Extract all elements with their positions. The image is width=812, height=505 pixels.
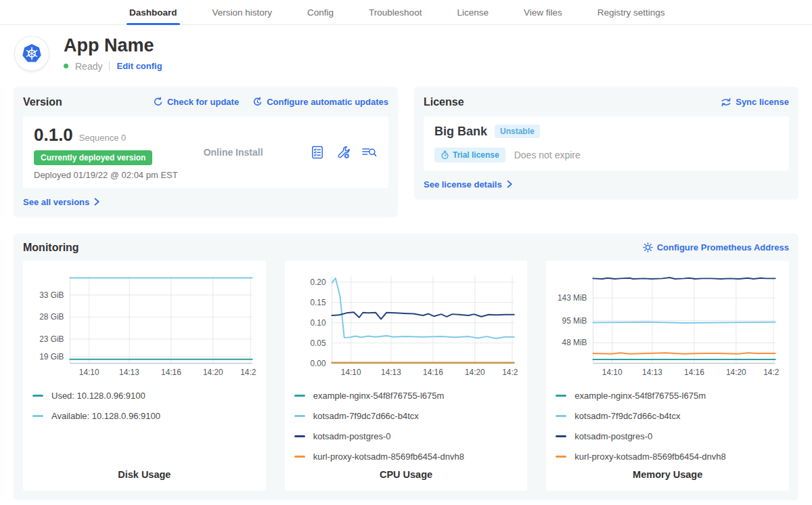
legend-label: example-nginx-54f8f76755-l675m xyxy=(313,391,445,401)
legend-swatch xyxy=(556,456,566,458)
svg-text:48 MiB: 48 MiB xyxy=(562,338,587,347)
charts-row: 33 GiB28 GiB23 GiB19 GiB14:1014:1314:161… xyxy=(23,261,789,491)
clock-refresh-icon xyxy=(252,97,263,107)
chart-plot: 143 MiB95 MiB48 MiB14:1014:1314:1614:201… xyxy=(556,269,780,380)
svg-text:95 MiB: 95 MiB xyxy=(562,315,587,325)
divider xyxy=(109,61,110,71)
app-status: Ready xyxy=(75,61,102,72)
svg-text:14:16: 14:16 xyxy=(423,368,443,377)
tab-version-history[interactable]: Version history xyxy=(195,0,290,24)
legend-label: kotsadm-postgres-0 xyxy=(574,431,652,441)
legend-item: example-nginx-54f8f76755-l675m xyxy=(556,391,780,401)
svg-text:0.15: 0.15 xyxy=(310,297,326,307)
svg-text:14:20: 14:20 xyxy=(465,368,485,377)
chart-panel: 0.200.150.100.050.0014:1014:1314:1614:20… xyxy=(285,261,528,491)
chart-legend: example-nginx-54f8f76755-l675mkotsadm-7f… xyxy=(556,391,780,462)
chart-legend: example-nginx-54f8f76755-l675mkotsadm-7f… xyxy=(294,391,518,462)
deploy-logs-icon[interactable] xyxy=(361,146,378,159)
config-wrench-icon[interactable] xyxy=(336,145,351,160)
version-sequence: Sequence 0 xyxy=(79,133,126,143)
svg-text:14:10: 14:10 xyxy=(341,368,361,377)
legend-label: kotsadm-7f9dc7d66c-b4tcx xyxy=(574,411,680,421)
svg-text:14:23: 14:23 xyxy=(240,368,256,377)
legend-item: Available: 10.128.0.96:9100 xyxy=(32,411,256,421)
legend-item: Used: 10.128.0.96:9100 xyxy=(32,391,256,401)
svg-text:14:23: 14:23 xyxy=(502,368,518,377)
gear-icon xyxy=(643,242,653,252)
kots-dashboard-page: DashboardVersion historyConfigTroublesho… xyxy=(0,0,812,505)
legend-item: kurl-proxy-kotsadm-8569fb6454-dnvh8 xyxy=(294,452,518,462)
svg-text:28 GiB: 28 GiB xyxy=(39,312,64,322)
app-header: App Name Ready Edit config xyxy=(0,25,812,83)
legend-item: kurl-proxy-kotsadm-8569fb6454-dnvh8 xyxy=(556,452,780,462)
legend-swatch xyxy=(294,435,305,437)
trial-license-badge: Trial license xyxy=(434,148,505,162)
tab-troubleshoot[interactable]: Troubleshoot xyxy=(351,0,439,24)
chart-legend: Used: 10.128.0.96:9100Available: 10.128.… xyxy=(32,391,256,421)
see-license-details-link[interactable]: See license details xyxy=(424,179,513,190)
monitoring-card: Monitoring Configure Prometheus Address … xyxy=(14,234,798,500)
svg-text:14:16: 14:16 xyxy=(684,368,704,377)
svg-text:14:13: 14:13 xyxy=(381,368,401,377)
chart-title: Memory Usage xyxy=(556,469,780,483)
cards-row: Version Check for update xyxy=(0,83,812,217)
app-header-text: App Name Ready Edit config xyxy=(64,36,162,72)
nav-tabs: DashboardVersion historyConfigTroublesho… xyxy=(112,0,683,24)
svg-text:0.20: 0.20 xyxy=(310,278,326,287)
legend-swatch xyxy=(294,395,305,397)
edit-config-link[interactable]: Edit config xyxy=(116,61,162,71)
legend-label: kotsadm-7f9dc7d66c-b4tcx xyxy=(313,411,419,421)
svg-text:14:20: 14:20 xyxy=(726,368,746,377)
svg-text:33 GiB: 33 GiB xyxy=(39,290,64,299)
deployed-timestamp: Deployed 01/19/22 @ 02:04 pm EST xyxy=(34,170,178,180)
see-all-versions-link[interactable]: See all versions xyxy=(23,197,100,207)
tab-dashboard[interactable]: Dashboard xyxy=(112,0,195,24)
kubernetes-logo-icon xyxy=(22,43,42,64)
legend-swatch xyxy=(556,395,566,397)
legend-swatch xyxy=(294,415,305,417)
legend-label: kotsadm-postgres-0 xyxy=(313,431,391,441)
configure-prometheus-link[interactable]: Configure Prometheus Address xyxy=(643,242,789,252)
chart-title: Disk Usage xyxy=(32,469,256,483)
legend-swatch xyxy=(32,415,43,417)
version-card: Version Check for update xyxy=(14,87,398,217)
app-title: App Name xyxy=(64,36,162,56)
svg-text:0.10: 0.10 xyxy=(310,317,326,327)
legend-swatch xyxy=(32,395,43,397)
chart-panel: 33 GiB28 GiB23 GiB19 GiB14:1014:1314:161… xyxy=(23,261,266,491)
legend-swatch xyxy=(294,456,305,458)
check-for-update-link[interactable]: Check for update xyxy=(153,97,239,107)
sync-license-link[interactable]: Sync license xyxy=(721,97,789,107)
legend-label: kurl-proxy-kotsadm-8569fb6454-dnvh8 xyxy=(574,452,725,462)
chart-title: CPU Usage xyxy=(294,469,518,483)
svg-text:14:16: 14:16 xyxy=(161,368,181,377)
chevron-right-icon xyxy=(507,180,513,188)
top-nav: DashboardVersion historyConfigTroublesho… xyxy=(0,0,812,25)
svg-text:14:10: 14:10 xyxy=(79,368,99,377)
svg-text:14:10: 14:10 xyxy=(602,368,623,377)
svg-text:14:23: 14:23 xyxy=(764,368,780,377)
legend-item: kotsadm-postgres-0 xyxy=(556,431,780,441)
legend-swatch xyxy=(556,415,566,417)
license-expiry: Does not expire xyxy=(514,150,581,160)
app-logo xyxy=(15,37,49,70)
legend-item: example-nginx-54f8f76755-l675m xyxy=(294,391,518,401)
preflight-checklist-icon[interactable] xyxy=(310,145,325,160)
svg-text:0.00: 0.00 xyxy=(310,358,326,368)
tab-config[interactable]: Config xyxy=(290,0,351,24)
tab-license[interactable]: License xyxy=(439,0,506,24)
svg-text:14:13: 14:13 xyxy=(642,368,662,377)
version-number: 0.1.0 xyxy=(34,125,73,146)
status-dot xyxy=(64,64,68,68)
tab-registry-settings[interactable]: Registry settings xyxy=(580,0,683,24)
tab-view-files[interactable]: View files xyxy=(506,0,580,24)
configure-automatic-updates-link[interactable]: Configure automatic updates xyxy=(252,97,388,107)
license-panel: Big Bank Unstable Trial license Does not… xyxy=(424,116,789,171)
svg-text:143 MiB: 143 MiB xyxy=(558,293,587,303)
legend-label: kurl-proxy-kotsadm-8569fb6454-dnvh8 xyxy=(313,452,464,462)
svg-text:14:20: 14:20 xyxy=(203,368,223,377)
svg-text:19 GiB: 19 GiB xyxy=(39,352,64,361)
current-version-panel: 0.1.0 Sequence 0 Currently deployed vers… xyxy=(23,116,388,188)
channel-badge: Unstable xyxy=(495,125,540,138)
svg-text:23 GiB: 23 GiB xyxy=(39,334,64,343)
